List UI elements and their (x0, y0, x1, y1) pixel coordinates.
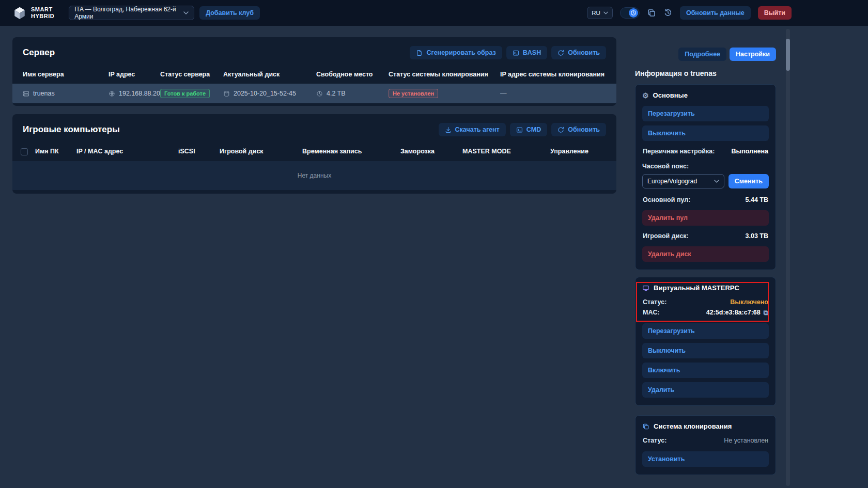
cmd-button[interactable]: CMD (510, 123, 547, 136)
server-status-badge: Готов к работе (160, 89, 210, 98)
pages-button[interactable] (647, 8, 656, 18)
column-header: IP адрес системы клонирования (500, 65, 616, 84)
bash-label: BASH (523, 49, 541, 56)
gear-icon: ⚙ (642, 92, 649, 99)
computers-table-header: Имя ПК IP / MAC адрес iSCSI Игровой диск… (12, 142, 616, 161)
timezone-value: Europe/Volgograd (647, 178, 697, 185)
pages-icon (647, 8, 656, 18)
tab-settings[interactable]: Настройки (730, 48, 776, 61)
globe-icon (109, 90, 115, 97)
timezone-label: Часовой пояс: (642, 163, 769, 170)
file-icon (416, 50, 423, 56)
pie-chart-icon (316, 90, 323, 97)
masterpc-section-title: Виртуальный MASTERPC (654, 284, 739, 292)
actual-disk-value: 2025-10-20_15-52-45 (234, 90, 296, 97)
column-header: Статус сервера (160, 65, 223, 84)
column-header: Статус системы клонирования (389, 65, 500, 84)
column-header: IP / MAC адрес (76, 142, 178, 161)
computers-refresh-label: Обновить (568, 126, 600, 133)
bash-button[interactable]: BASH (506, 46, 547, 59)
initial-setup-value: Выполнена (731, 148, 768, 155)
free-space-value: 4.2 TB (327, 90, 346, 97)
computers-card: Игровые компьютеры Скачать агент CMD (12, 114, 616, 194)
generate-image-label: Сгенерировать образ (426, 49, 495, 56)
history-icon (663, 8, 673, 18)
history-button[interactable] (663, 8, 673, 18)
delete-pool-button[interactable]: Удалить пул (642, 210, 769, 226)
sidebar: Подробнее Настройки Информация о truenas… (635, 48, 776, 475)
cloning-install-button[interactable]: Установить (642, 451, 769, 467)
masterpc-section: Виртуальный MASTERPC Статус: Выключено M… (635, 277, 776, 406)
chevron-down-icon (603, 11, 608, 14)
chevron-down-icon (183, 11, 189, 14)
server-shutdown-button[interactable]: Выключить (642, 125, 769, 141)
topbar: SMART HYBRID ITA — Волгоград, Набережная… (0, 0, 868, 26)
column-header: Игровой диск (220, 142, 302, 161)
server-reboot-button[interactable]: Перезагрузить (642, 106, 769, 121)
language-select[interactable]: RU (587, 7, 613, 19)
delete-disk-button[interactable]: Удалить диск (642, 246, 769, 262)
masterpc-mac-value: 42:5d:e3:8a:c7:68 (706, 309, 761, 316)
virtual-machine-icon (642, 285, 649, 292)
tab-details[interactable]: Подробнее (678, 48, 726, 61)
sidebar-heading: Информация о truenas (635, 69, 776, 77)
brand: SMART HYBRID (13, 6, 54, 20)
masterpc-poweron-button[interactable]: Включить (642, 363, 769, 378)
download-agent-button[interactable]: Скачать агент (439, 123, 506, 136)
club-select-value: ITA — Волгоград, Набережная 62-й Армии (74, 6, 179, 20)
masterpc-mac-label: MAC: (643, 309, 660, 316)
download-agent-label: Скачать агент (455, 126, 500, 133)
logo-cube-icon (13, 6, 26, 20)
column-header: Актуальный диск (223, 65, 316, 84)
clone-icon (642, 423, 649, 430)
terminal-icon (513, 50, 519, 56)
refresh-data-label: Обновить данные (686, 9, 745, 17)
server-card-title: Сервер (23, 48, 55, 58)
server-card: Сервер Сгенерировать образ BASH (12, 37, 616, 106)
refresh-data-button[interactable]: Обновить данные (680, 6, 751, 20)
cloning-section-title: Система клонирования (654, 422, 732, 430)
server-refresh-button[interactable]: Обновить (551, 46, 606, 59)
language-value: RU (592, 10, 600, 16)
column-header: iSCSI (178, 142, 220, 161)
masterpc-shutdown-button[interactable]: Выключить (642, 343, 769, 358)
copy-icon[interactable]: ⧉ (764, 309, 768, 316)
timezone-change-label: Сменить (735, 178, 763, 185)
club-select[interactable]: ITA — Волгоград, Набережная 62-й Армии (69, 6, 194, 20)
add-club-label: Добавить клуб (206, 9, 254, 17)
add-club-button[interactable]: Добавить клуб (199, 6, 260, 20)
clock-icon (629, 8, 638, 18)
masterpc-reboot-button[interactable]: Перезагрузить (642, 323, 769, 339)
select-all-checkbox[interactable] (21, 148, 28, 155)
brand-name: SMART HYBRID (31, 6, 54, 20)
server-table: Имя сервера IP адрес Статус сервера Акту… (12, 65, 616, 103)
initial-setup-label: Первичная настройка: (643, 148, 715, 155)
server-table-header: Имя сервера IP адрес Статус сервера Акту… (12, 65, 616, 84)
main-pool-label: Основной пул: (643, 196, 690, 203)
computers-refresh-button[interactable]: Обновить (551, 123, 606, 136)
server-table-row[interactable]: truenas 192.168.88.20 ⧉ Го (12, 84, 616, 103)
logout-button[interactable]: Выйти (758, 6, 792, 20)
server-name: truenas (33, 90, 55, 97)
masterpc-delete-button[interactable]: Удалить (642, 382, 769, 398)
logout-label: Выйти (764, 9, 785, 17)
main-content: Сервер Сгенерировать образ BASH (12, 37, 616, 194)
scrollbar-thumb[interactable] (786, 39, 790, 71)
clone-status-badge: Не установлен (389, 89, 438, 98)
general-section-title: Основные (653, 91, 688, 99)
column-header: Имя ПК (35, 142, 76, 161)
main-pool-value: 5.44 TB (746, 196, 768, 203)
sidebar-tabs: Подробнее Настройки (635, 48, 776, 61)
column-header: Временная запись (302, 142, 400, 161)
timezone-change-button[interactable]: Сменить (729, 174, 769, 188)
general-section: ⚙ Основные Перезагрузить Выключить Перви… (635, 84, 776, 270)
cloning-status-label: Статус: (643, 437, 667, 444)
refresh-icon (557, 127, 564, 133)
theme-toggle[interactable] (620, 7, 640, 19)
computers-table: Имя ПК IP / MAC адрес iSCSI Игровой диск… (12, 142, 616, 161)
game-disk-label: Игровой диск: (643, 232, 689, 240)
timezone-select[interactable]: Europe/Volgograd (642, 174, 724, 188)
generate-image-button[interactable]: Сгенерировать образ (410, 46, 502, 59)
masterpc-status-value: Выключено (730, 298, 768, 306)
clone-ip-value: — (500, 90, 507, 97)
